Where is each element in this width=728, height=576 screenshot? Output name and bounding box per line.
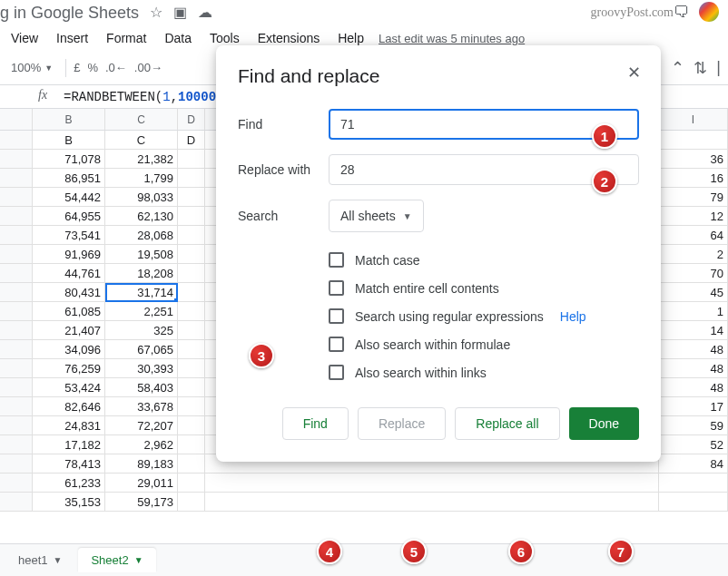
cell[interactable]: 54,442 (33, 188, 105, 207)
move-icon[interactable]: ▣ (173, 5, 187, 20)
cell[interactable]: 2,251 (105, 302, 178, 321)
cell[interactable]: 2,962 (105, 435, 178, 454)
replace-all-button[interactable]: Replace all (455, 407, 559, 440)
cell[interactable]: 24,831 (33, 416, 105, 435)
percent-button[interactable]: % (87, 61, 98, 74)
corner-cell[interactable] (0, 109, 33, 130)
cell[interactable]: 1,799 (105, 169, 178, 188)
replace-button[interactable]: Replace (358, 407, 446, 440)
cell[interactable] (205, 473, 659, 493)
cell[interactable]: 30,393 (105, 359, 178, 378)
done-button[interactable]: Done (569, 407, 639, 440)
cell[interactable]: 91,969 (33, 245, 105, 264)
cell[interactable]: 61,233 (33, 473, 105, 493)
cell[interactable] (659, 493, 728, 512)
find-button[interactable]: Find (282, 407, 349, 440)
cell[interactable] (178, 435, 205, 454)
cell[interactable]: 53,424 (33, 378, 105, 397)
cell[interactable]: 44,761 (33, 264, 105, 283)
menu-insert[interactable]: Insert (47, 27, 97, 49)
decrease-decimal-button[interactable]: .0← (105, 61, 127, 74)
cell[interactable] (178, 207, 205, 226)
cell[interactable]: 86,951 (33, 169, 105, 188)
cell[interactable] (178, 359, 205, 378)
col-header-i[interactable]: I (659, 109, 728, 130)
star-icon[interactable]: ☆ (150, 5, 162, 20)
cell[interactable]: 64 (659, 226, 728, 245)
regex-checkbox[interactable] (329, 308, 344, 324)
cell[interactable]: 64,955 (33, 207, 105, 226)
cell[interactable]: 71,078 (33, 150, 105, 169)
cell[interactable]: 89,183 (105, 454, 178, 473)
cell[interactable] (178, 283, 205, 302)
last-edit-link[interactable]: Last edit was 5 minutes ago (379, 32, 525, 45)
cell[interactable] (178, 454, 205, 473)
cell[interactable]: 72,207 (105, 416, 178, 435)
avatar[interactable] (699, 2, 719, 22)
search-scope-select[interactable]: All sheets ▼ (329, 200, 424, 232)
help-link[interactable]: Help (560, 309, 586, 324)
cell[interactable]: 2 (659, 245, 728, 264)
cell[interactable] (178, 188, 205, 207)
cell[interactable] (178, 340, 205, 359)
cell[interactable]: 35,153 (33, 493, 105, 512)
cell[interactable]: 61,085 (33, 302, 105, 321)
cloud-icon[interactable]: ☁ (198, 5, 212, 20)
cell[interactable] (178, 226, 205, 245)
cell[interactable] (178, 169, 205, 188)
cell[interactable] (178, 473, 205, 493)
cell[interactable] (659, 131, 728, 150)
col-header-c[interactable]: C (105, 109, 178, 130)
formulae-checkbox[interactable] (329, 337, 344, 352)
chevron-up-icon[interactable]: ⌃ (671, 58, 684, 78)
cell[interactable]: 84 (659, 454, 728, 473)
cell[interactable] (178, 493, 205, 512)
cell[interactable] (178, 416, 205, 435)
cell[interactable] (205, 493, 659, 512)
cell[interactable]: 34,096 (33, 340, 105, 359)
cell[interactable] (178, 378, 205, 397)
cell[interactable]: 73,541 (33, 226, 105, 245)
cell[interactable]: 36 (659, 150, 728, 169)
cell[interactable]: 21,382 (105, 150, 178, 169)
currency-button[interactable]: £ (74, 61, 80, 74)
cell[interactable] (178, 264, 205, 283)
comments-icon[interactable]: 🗨 (674, 3, 690, 22)
cell[interactable]: 45 (659, 283, 728, 302)
cell[interactable]: 62,130 (105, 207, 178, 226)
cell[interactable] (659, 473, 728, 493)
cell[interactable] (178, 245, 205, 264)
document-title[interactable]: g in Google Sheets (0, 4, 139, 23)
menu-format[interactable]: Format (97, 27, 155, 49)
menu-view[interactable]: View (2, 27, 47, 49)
col-header-b[interactable]: B (33, 109, 105, 130)
cell[interactable]: 48 (659, 340, 728, 359)
cell[interactable]: 325 (105, 321, 178, 340)
cell[interactable]: 31,714 (105, 283, 178, 302)
cell[interactable]: 21,407 (33, 321, 105, 340)
cell[interactable]: 16 (659, 169, 728, 188)
close-icon[interactable]: ✕ (623, 62, 644, 83)
sheet-tab-2[interactable]: Sheet2 ▼ (78, 548, 155, 572)
cell[interactable]: 80,431 (33, 283, 105, 302)
cell[interactable]: B (33, 131, 105, 150)
cell[interactable]: D (178, 131, 205, 150)
match-case-checkbox[interactable] (329, 252, 344, 268)
cell[interactable]: 70 (659, 264, 728, 283)
cell[interactable] (178, 150, 205, 169)
sheet-tab-1[interactable]: heet1 ▼ (5, 548, 74, 572)
cell[interactable]: 79 (659, 188, 728, 207)
cell[interactable]: 67,065 (105, 340, 178, 359)
filter-icon[interactable]: ⇅ (694, 58, 707, 78)
cell[interactable]: 17 (659, 397, 728, 416)
cell[interactable] (178, 397, 205, 416)
cell[interactable]: 12 (659, 207, 728, 226)
cell[interactable] (178, 302, 205, 321)
cell[interactable]: 82,646 (33, 397, 105, 416)
cell[interactable]: 29,011 (105, 473, 178, 493)
cell[interactable]: 33,678 (105, 397, 178, 416)
menu-data[interactable]: Data (155, 27, 201, 49)
cell[interactable]: C (105, 131, 178, 150)
cell[interactable]: 59,173 (105, 493, 178, 512)
col-header-d[interactable]: D (178, 109, 205, 130)
